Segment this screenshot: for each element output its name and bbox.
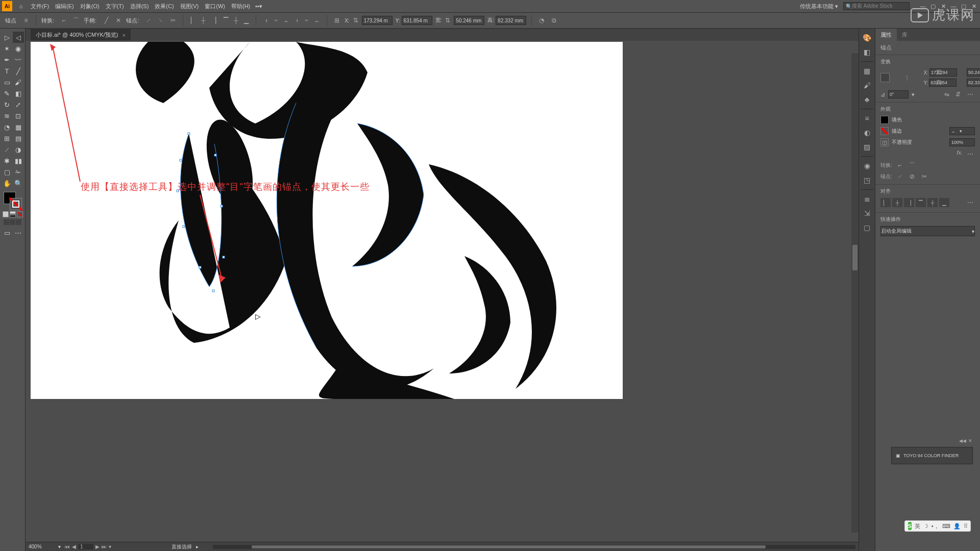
- hand-tool[interactable]: ✋: [2, 178, 13, 189]
- dist-vcenter-icon[interactable]: ⫟: [302, 16, 311, 25]
- flip-v-icon[interactable]: ⇵: [953, 90, 963, 99]
- flip-h-icon[interactable]: ⇋: [942, 90, 951, 99]
- rotate-tool[interactable]: ↻: [2, 99, 13, 110]
- prop-smooth-icon[interactable]: ⌒: [908, 161, 917, 170]
- smooth-point-icon[interactable]: ⌒: [71, 16, 81, 25]
- window-min-icon[interactable]: —: [949, 3, 958, 10]
- remove-anchor-icon[interactable]: ⟋: [144, 16, 153, 25]
- show-handles-icon[interactable]: ╱: [102, 16, 111, 25]
- align-top-icon[interactable]: ▔: [221, 16, 230, 25]
- perspective-tool[interactable]: ▦: [13, 121, 24, 133]
- menu-select[interactable]: 选择(S): [130, 3, 149, 10]
- connect-anchor-icon[interactable]: ⟍: [156, 16, 165, 25]
- window-group-max-icon[interactable]: ▢: [929, 3, 937, 10]
- color-mode-icon[interactable]: [3, 211, 9, 217]
- mesh-tool[interactable]: ⊞: [2, 133, 13, 144]
- symbols-panel-icon[interactable]: ♣: [861, 93, 873, 106]
- prop-remove-anchor-icon[interactable]: ⟋: [895, 172, 904, 181]
- canvas-viewport[interactable]: 使用【直接选择工具】选中并调整"目"字笔画的锚点，使其更长一些 ▷: [26, 41, 859, 542]
- appearance-panel-icon[interactable]: ◉: [861, 160, 873, 172]
- arrange-docs-icon[interactable]: ▪▪▾: [255, 3, 262, 10]
- shapebuilder-icon[interactable]: ◔: [537, 16, 546, 25]
- align-vcenter-icon[interactable]: ┼: [231, 16, 240, 25]
- prop-corner-icon[interactable]: ⌐: [895, 161, 904, 170]
- global-edit-button[interactable]: 启动全局编辑▾: [880, 226, 975, 236]
- ime-user-icon[interactable]: 👤: [953, 523, 961, 530]
- paintbrush-tool[interactable]: 🖌: [13, 77, 24, 88]
- window-group-min-icon[interactable]: —: [919, 3, 927, 10]
- prev-artboard-icon[interactable]: ◀: [72, 544, 76, 549]
- eraser-tool[interactable]: ◧: [13, 88, 24, 99]
- edit-toolbar-icon[interactable]: ⋯: [13, 227, 24, 238]
- palign-top-icon[interactable]: ▔: [916, 198, 926, 207]
- window-close-icon[interactable]: ✕: [970, 3, 978, 10]
- draw-normal-icon[interactable]: [4, 219, 9, 225]
- ref-point-icon[interactable]: ⊞: [332, 16, 341, 25]
- tab-library[interactable]: 库: [897, 29, 913, 41]
- direct-selection-tool[interactable]: ◁: [13, 32, 24, 43]
- stroke-swatch[interactable]: [880, 127, 889, 135]
- options-icon[interactable]: ⧉: [549, 16, 558, 25]
- window-max-icon[interactable]: ▢: [960, 3, 968, 10]
- prop-h-input[interactable]: [967, 79, 980, 87]
- fill-swatch[interactable]: [880, 116, 889, 124]
- draw-inside-icon[interactable]: [16, 219, 21, 225]
- menu-edit[interactable]: 编辑(E): [55, 3, 74, 10]
- dist-right-icon[interactable]: ⫠: [282, 16, 291, 25]
- horizontal-scrollbar[interactable]: [213, 545, 855, 549]
- pen-tool[interactable]: ✒: [2, 54, 13, 65]
- search-input[interactable]: 🔍 搜索 Adobe Stock: [843, 2, 910, 10]
- link-wh-icon[interactable]: ⇅: [443, 16, 452, 25]
- symbol-sprayer-tool[interactable]: ✱: [2, 155, 13, 166]
- tab-close-icon[interactable]: ×: [122, 32, 126, 38]
- prop-cut-icon[interactable]: ✂: [920, 172, 929, 181]
- fill-stroke-swatches[interactable]: [4, 192, 22, 210]
- hide-handles-icon[interactable]: ✕: [114, 16, 123, 25]
- panel-close-icon[interactable]: ✕: [968, 438, 972, 443]
- menu-type[interactable]: 文字(T): [106, 3, 124, 10]
- prop-w-input[interactable]: [967, 68, 980, 77]
- shaper-tool[interactable]: ✎: [2, 88, 13, 99]
- graphic-styles-panel-icon[interactable]: ◳: [861, 174, 873, 186]
- ime-moon-icon[interactable]: ☽: [923, 523, 928, 530]
- menu-help[interactable]: 帮助(H): [231, 3, 250, 10]
- none-mode-icon[interactable]: [17, 211, 23, 217]
- width-tool[interactable]: ≋: [2, 110, 13, 121]
- fx-icon[interactable]: fx.: [957, 149, 963, 159]
- lasso-tool[interactable]: ◉: [13, 43, 24, 54]
- magic-wand-tool[interactable]: ✶: [2, 43, 13, 54]
- document-tab[interactable]: 小目标.ai* @ 400% (CMYK/预览) ×: [31, 29, 131, 40]
- x-input[interactable]: [362, 16, 393, 25]
- color-panel-icon[interactable]: 🎨: [861, 32, 873, 44]
- type-tool[interactable]: T: [2, 65, 13, 77]
- palign-left-icon[interactable]: ▏: [880, 198, 891, 207]
- appearance-more-icon[interactable]: ⋯: [966, 149, 975, 159]
- palign-hcenter-icon[interactable]: ┼: [892, 198, 902, 207]
- line-tool[interactable]: ╱: [13, 65, 24, 77]
- gradient-mode-icon[interactable]: [10, 211, 16, 217]
- curvature-tool[interactable]: 〰: [13, 54, 24, 65]
- rectangle-tool[interactable]: ▭: [2, 77, 13, 88]
- color-guide-panel-icon[interactable]: ◧: [861, 46, 873, 58]
- panel-collapse-icon[interactable]: ◀◀: [959, 438, 966, 443]
- y-input[interactable]: [402, 16, 432, 25]
- menu-icon[interactable]: ≡: [21, 16, 31, 25]
- first-artboard-icon[interactable]: ⏮: [65, 544, 70, 549]
- eyedropper-tool[interactable]: ⟋: [2, 144, 13, 155]
- next-artboard-icon[interactable]: ▶: [95, 544, 100, 549]
- align-hcenter-icon[interactable]: ┼: [199, 16, 208, 25]
- last-artboard-icon[interactable]: ⏭: [102, 544, 107, 549]
- tab-properties[interactable]: 属性: [875, 29, 897, 41]
- artboard-number[interactable]: 1: [78, 544, 93, 549]
- dist-hcenter-icon[interactable]: ⫟: [272, 16, 281, 25]
- swatches-panel-icon[interactable]: ▦: [861, 65, 873, 77]
- palign-right-icon[interactable]: ▕: [904, 198, 914, 207]
- prop-connect-icon[interactable]: ⊘: [908, 172, 917, 181]
- draw-behind-icon[interactable]: [10, 219, 15, 225]
- reference-point-icon[interactable]: [880, 73, 890, 82]
- ime-keyboard-icon[interactable]: ⌨: [942, 523, 950, 530]
- zoom-tool[interactable]: 🔍: [13, 178, 24, 189]
- zoom-level[interactable]: 400%: [29, 544, 54, 549]
- vertical-scrollbar[interactable]: [851, 53, 859, 533]
- link-wh-prop-icon[interactable]: ⟆: [893, 75, 922, 81]
